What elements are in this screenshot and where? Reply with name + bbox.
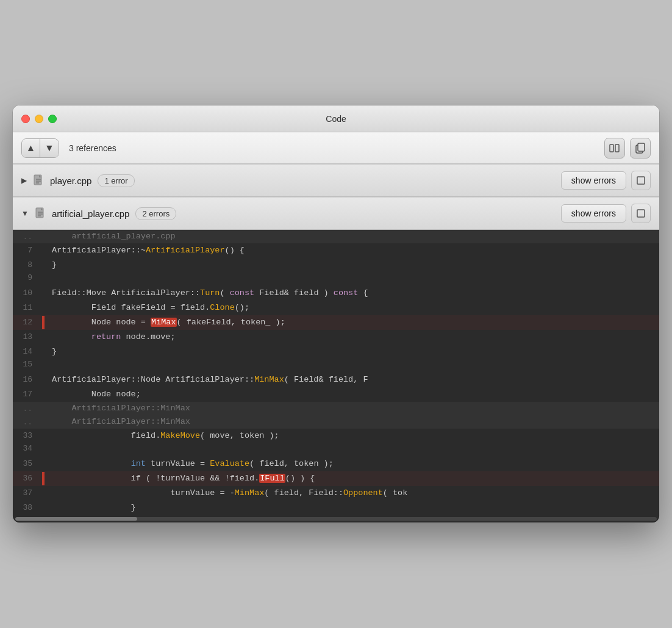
code-separator-3: .. ArtificialPlayer::MinMax [13,415,659,429]
window-controls [21,115,57,123]
expand-arrow-artificial[interactable]: ▼ [21,209,29,218]
code-line-14: 14 } [13,344,659,359]
toolbar-right [604,138,651,159]
code-line-16: 16 ArtificialPlayer::Node ArtificialPlay… [13,373,659,387]
references-label: 3 references [69,143,599,153]
copy-button[interactable] [630,138,651,159]
scrollbar[interactable] [13,515,659,523]
maximize-button[interactable] [48,115,57,123]
expand-panel-button-player[interactable] [631,171,651,190]
code-line-7: 7 ArtificialPlayer::~ArtificialPlayer() … [13,243,659,258]
code-separator-2: .. ArtificialPlayer::MinMax [13,402,659,415]
file-header-right-artificial: show errors [561,204,651,223]
code-line-8: 8 } [13,258,659,273]
code-line-15: 15 [13,359,659,373]
file-icon-player [32,174,45,187]
svg-rect-0 [610,145,613,152]
svg-rect-1 [615,145,619,152]
scrollbar-track [15,517,657,521]
code-line-35: 35 int turnValue = Evaluate( field, toke… [13,457,659,471]
svg-rect-13 [637,210,645,217]
code-line-13: 13 return node.move; [13,330,659,344]
window-title: Code [326,114,346,124]
code-line-37: 37 turnValue = -MinMax( field, Field::Op… [13,486,659,501]
code-line-17: 17 Node node; [13,387,659,402]
file-name-player: player.cpp [50,176,91,186]
svg-rect-8 [637,177,645,184]
code-line-34: 34 [13,443,659,457]
nav-buttons: ▲ ▼ [21,138,59,158]
show-errors-button-artificial[interactable]: show errors [561,204,626,223]
file-icon-artificial [34,207,47,220]
toolbar: ▲ ▼ 3 references [13,132,659,164]
code-line-10: 10 Field::Move ArtificialPlayer::Turn( c… [13,286,659,301]
minimize-button[interactable] [35,115,43,123]
code-separator-1: .. artificial_player.cpp [13,230,659,243]
file-header-artificial: ▼ artificial_player.cpp 2 errors show er… [13,197,659,230]
file-name-artificial: artificial_player.cpp [52,209,130,219]
nav-down-button[interactable]: ▼ [40,139,59,157]
error-badge-player: 1 error [98,174,134,187]
code-line-36: 36 if ( !turnValue && !field.IFull() ) { [13,471,659,486]
code-line-11: 11 Field fakeField = field.Clone(); [13,301,659,315]
file-header-right-player: show errors [561,171,651,190]
nav-up-button[interactable]: ▲ [22,139,40,157]
main-window: Code ▲ ▼ 3 references ▶ [12,105,660,523]
file-header-player: ▶ player.cpp 1 error show errors [13,164,659,197]
expand-panel-button-artificial[interactable] [631,204,651,223]
split-view-button[interactable] [604,138,625,159]
scrollbar-thumb [15,517,137,521]
code-area: .. artificial_player.cpp 7 ArtificialPla… [13,230,659,523]
expand-arrow-player[interactable]: ▶ [21,176,27,185]
close-button[interactable] [21,115,30,123]
svg-rect-3 [638,143,645,151]
title-bar: Code [13,105,659,132]
code-line-38: 38 } [13,501,659,515]
code-line-9: 9 [13,273,659,286]
code-line-12: 12 Node node = MiMax( fakeField, token_ … [13,315,659,330]
error-badge-artificial: 2 errors [135,207,176,220]
show-errors-button-player[interactable]: show errors [561,171,626,190]
code-line-33: 33 field.MakeMove( move, token ); [13,429,659,443]
